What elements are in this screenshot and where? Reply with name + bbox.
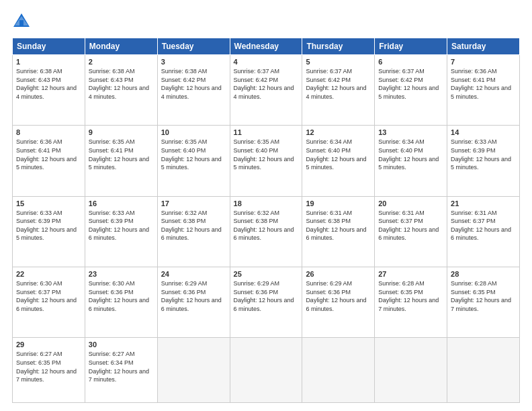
day-number: 27 (378, 270, 443, 278)
day-info: Sunrise: 6:35 AMSunset: 6:41 PMDaylight:… (89, 138, 154, 171)
calendar-cell: 30Sunrise: 6:27 AMSunset: 6:34 PMDayligh… (85, 338, 157, 403)
calendar-cell: 5Sunrise: 6:37 AMSunset: 6:42 PMDaylight… (302, 55, 375, 126)
day-info: Sunrise: 6:31 AMSunset: 6:37 PMDaylight:… (378, 209, 443, 242)
day-number: 3 (161, 58, 226, 66)
calendar-cell: 3Sunrise: 6:38 AMSunset: 6:42 PMDaylight… (157, 55, 230, 126)
day-number: 29 (16, 340, 81, 349)
calendar-cell: 12Sunrise: 6:34 AMSunset: 6:40 PMDayligh… (302, 126, 375, 196)
day-number: 9 (89, 128, 154, 136)
day-info: Sunrise: 6:38 AMSunset: 6:43 PMDaylight:… (16, 67, 81, 101)
page: SundayMondayTuesdayWednesdayThursdayFrid… (0, 0, 532, 411)
calendar-week-row: 8Sunrise: 6:36 AMSunset: 6:41 PMDaylight… (13, 126, 520, 196)
day-number: 15 (16, 199, 81, 208)
calendar-header-saturday: Saturday (447, 38, 520, 55)
day-number: 10 (161, 128, 226, 136)
calendar-cell: 26Sunrise: 6:29 AMSunset: 6:36 PMDayligh… (302, 267, 375, 338)
day-number: 1 (16, 58, 81, 66)
svg-rect-2 (19, 20, 24, 26)
day-info: Sunrise: 6:36 AMSunset: 6:41 PMDaylight:… (16, 138, 81, 171)
day-info: Sunrise: 6:31 AMSunset: 6:37 PMDaylight:… (451, 209, 516, 242)
day-number: 12 (306, 128, 371, 136)
header (12, 12, 520, 31)
calendar-week-row: 29Sunrise: 6:27 AMSunset: 6:35 PMDayligh… (13, 338, 520, 403)
day-info: Sunrise: 6:37 AMSunset: 6:42 PMDaylight:… (234, 67, 299, 101)
calendar-cell: 23Sunrise: 6:30 AMSunset: 6:36 PMDayligh… (85, 267, 157, 338)
day-number: 4 (234, 58, 299, 66)
calendar-cell: 28Sunrise: 6:28 AMSunset: 6:35 PMDayligh… (447, 267, 520, 338)
day-info: Sunrise: 6:34 AMSunset: 6:40 PMDaylight:… (378, 138, 443, 171)
day-info: Sunrise: 6:35 AMSunset: 6:40 PMDaylight:… (161, 138, 226, 171)
calendar-table: SundayMondayTuesdayWednesdayThursdayFrid… (12, 38, 520, 403)
day-number: 25 (234, 270, 299, 278)
calendar-cell (230, 338, 302, 403)
day-info: Sunrise: 6:33 AMSunset: 6:39 PMDaylight:… (89, 209, 154, 242)
calendar-header-tuesday: Tuesday (157, 38, 230, 55)
day-info: Sunrise: 6:28 AMSunset: 6:35 PMDaylight:… (451, 279, 516, 313)
day-info: Sunrise: 6:33 AMSunset: 6:39 PMDaylight:… (451, 138, 516, 171)
calendar-cell: 4Sunrise: 6:37 AMSunset: 6:42 PMDaylight… (230, 55, 302, 126)
calendar-cell: 19Sunrise: 6:31 AMSunset: 6:38 PMDayligh… (302, 196, 375, 267)
calendar-cell: 14Sunrise: 6:33 AMSunset: 6:39 PMDayligh… (447, 126, 520, 196)
calendar-cell: 2Sunrise: 6:38 AMSunset: 6:43 PMDaylight… (85, 55, 157, 126)
calendar-cell: 13Sunrise: 6:34 AMSunset: 6:40 PMDayligh… (375, 126, 447, 196)
day-info: Sunrise: 6:31 AMSunset: 6:38 PMDaylight:… (306, 209, 371, 242)
day-info: Sunrise: 6:35 AMSunset: 6:40 PMDaylight:… (234, 138, 299, 171)
day-info: Sunrise: 6:29 AMSunset: 6:36 PMDaylight:… (306, 279, 371, 313)
calendar-cell (302, 338, 375, 403)
day-info: Sunrise: 6:36 AMSunset: 6:41 PMDaylight:… (451, 67, 516, 101)
day-number: 24 (161, 270, 226, 278)
calendar-cell: 17Sunrise: 6:32 AMSunset: 6:38 PMDayligh… (157, 196, 230, 267)
day-number: 6 (378, 58, 443, 66)
day-number: 20 (378, 199, 443, 208)
day-info: Sunrise: 6:29 AMSunset: 6:36 PMDaylight:… (234, 279, 299, 313)
calendar-cell: 8Sunrise: 6:36 AMSunset: 6:41 PMDaylight… (13, 126, 85, 196)
day-info: Sunrise: 6:27 AMSunset: 6:35 PMDaylight:… (16, 350, 81, 383)
day-number: 23 (89, 270, 154, 278)
calendar-header-thursday: Thursday (302, 38, 375, 55)
calendar-cell: 25Sunrise: 6:29 AMSunset: 6:36 PMDayligh… (230, 267, 302, 338)
day-number: 2 (89, 58, 154, 66)
calendar-header-row: SundayMondayTuesdayWednesdayThursdayFrid… (13, 38, 520, 55)
day-info: Sunrise: 6:30 AMSunset: 6:37 PMDaylight:… (16, 279, 81, 313)
day-number: 14 (451, 128, 516, 136)
calendar-cell: 6Sunrise: 6:37 AMSunset: 6:42 PMDaylight… (375, 55, 447, 126)
day-number: 7 (451, 58, 516, 66)
calendar-cell: 29Sunrise: 6:27 AMSunset: 6:35 PMDayligh… (13, 338, 85, 403)
calendar-cell: 20Sunrise: 6:31 AMSunset: 6:37 PMDayligh… (375, 196, 447, 267)
calendar-cell: 15Sunrise: 6:33 AMSunset: 6:39 PMDayligh… (13, 196, 85, 267)
calendar-cell: 24Sunrise: 6:29 AMSunset: 6:36 PMDayligh… (157, 267, 230, 338)
day-info: Sunrise: 6:28 AMSunset: 6:35 PMDaylight:… (378, 279, 443, 313)
day-number: 5 (306, 58, 371, 66)
day-number: 18 (234, 199, 299, 208)
day-info: Sunrise: 6:32 AMSunset: 6:38 PMDaylight:… (234, 209, 299, 242)
calendar-week-row: 1Sunrise: 6:38 AMSunset: 6:43 PMDaylight… (13, 55, 520, 126)
day-number: 21 (451, 199, 516, 208)
day-number: 17 (161, 199, 226, 208)
calendar-header-monday: Monday (85, 38, 157, 55)
day-number: 13 (378, 128, 443, 136)
day-info: Sunrise: 6:37 AMSunset: 6:42 PMDaylight:… (306, 67, 371, 101)
calendar-header-friday: Friday (375, 38, 447, 55)
calendar-cell: 22Sunrise: 6:30 AMSunset: 6:37 PMDayligh… (13, 267, 85, 338)
calendar-cell: 16Sunrise: 6:33 AMSunset: 6:39 PMDayligh… (85, 196, 157, 267)
logo (12, 12, 34, 31)
day-number: 19 (306, 199, 371, 208)
calendar-header-sunday: Sunday (13, 38, 85, 55)
day-info: Sunrise: 6:34 AMSunset: 6:40 PMDaylight:… (306, 138, 371, 171)
day-info: Sunrise: 6:29 AMSunset: 6:36 PMDaylight:… (161, 279, 226, 313)
day-number: 30 (89, 340, 154, 349)
day-info: Sunrise: 6:27 AMSunset: 6:34 PMDaylight:… (89, 350, 154, 383)
day-number: 8 (16, 128, 81, 136)
logo-icon (12, 12, 31, 31)
calendar-cell: 27Sunrise: 6:28 AMSunset: 6:35 PMDayligh… (375, 267, 447, 338)
calendar-cell: 9Sunrise: 6:35 AMSunset: 6:41 PMDaylight… (85, 126, 157, 196)
calendar-cell: 7Sunrise: 6:36 AMSunset: 6:41 PMDaylight… (447, 55, 520, 126)
calendar-cell: 1Sunrise: 6:38 AMSunset: 6:43 PMDaylight… (13, 55, 85, 126)
day-number: 26 (306, 270, 371, 278)
day-info: Sunrise: 6:38 AMSunset: 6:42 PMDaylight:… (161, 67, 226, 101)
calendar-cell (375, 338, 447, 403)
day-number: 16 (89, 199, 154, 208)
calendar-cell (157, 338, 230, 403)
day-info: Sunrise: 6:38 AMSunset: 6:43 PMDaylight:… (89, 67, 154, 101)
calendar-header-wednesday: Wednesday (230, 38, 302, 55)
